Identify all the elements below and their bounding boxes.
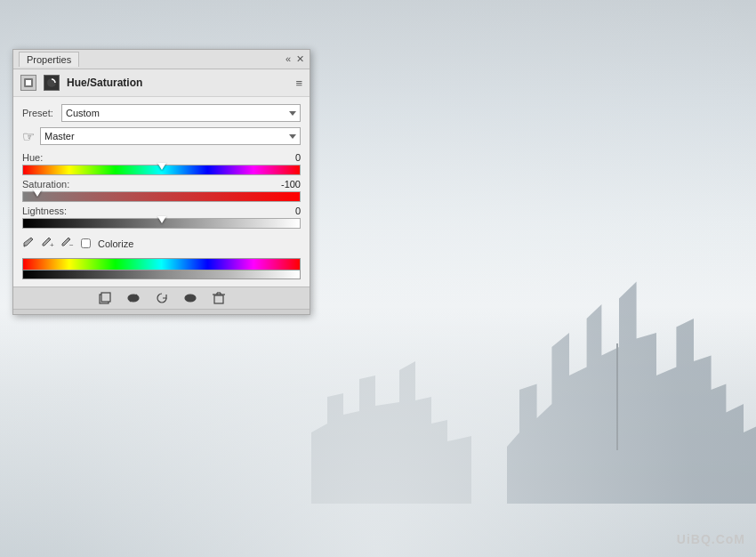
collapse-icon[interactable]: «	[286, 54, 291, 64]
panel-titlebar: Properties « ✕	[13, 50, 310, 69]
visibility-icon[interactable]	[183, 291, 197, 305]
color-bars	[22, 258, 301, 279]
svg-rect-1	[26, 80, 31, 85]
saturation-value: -100	[274, 179, 301, 190]
panel-titlebar-icons: « ✕	[286, 54, 304, 64]
panel-title: Hue/Saturation	[67, 77, 142, 89]
eyedropper-add-icon[interactable]: +	[42, 236, 54, 251]
saturation-label: Saturation:	[22, 179, 69, 190]
svg-text:−: −	[69, 241, 74, 248]
properties-panel: Properties « ✕ Hue/Saturation ≡ Preset:	[12, 49, 310, 315]
lightness-value: 0	[274, 206, 301, 216]
preset-row: Preset: Custom Default Strong Saturation…	[22, 104, 301, 122]
watermark: UiBQ.CoM	[677, 532, 745, 546]
lightness-track[interactable]	[22, 218, 301, 229]
saturation-label-row: Saturation: -100	[22, 179, 301, 190]
lightness-label: Lightness:	[22, 206, 67, 216]
delete-layer-icon[interactable]	[212, 291, 226, 305]
channel-row: ☞ Master Reds Yellows Greens Cyans Blues…	[22, 127, 301, 145]
properties-tab[interactable]: Properties	[19, 52, 79, 67]
channel-select[interactable]: Master Reds Yellows Greens Cyans Blues M…	[40, 127, 301, 145]
mask-visibility-icon[interactable]	[126, 291, 141, 305]
svg-point-3	[24, 246, 26, 247]
panel-scrollbar[interactable]	[13, 309, 310, 314]
eyedropper-icon[interactable]	[22, 236, 35, 251]
layer-icon	[20, 75, 36, 91]
hue-label-row: Hue: 0	[22, 152, 301, 163]
svg-rect-7	[101, 293, 110, 302]
color-bar-bottom	[22, 270, 301, 279]
svg-point-12	[189, 296, 192, 300]
menu-icon[interactable]: ≡	[295, 77, 302, 90]
adjustment-icon	[44, 75, 60, 91]
lightness-thumb	[157, 216, 166, 223]
svg-rect-13	[214, 295, 223, 303]
saturation-track[interactable]	[22, 191, 301, 202]
tools-row: + − Colorize	[22, 236, 301, 251]
color-bar-top	[22, 258, 301, 270]
close-icon[interactable]: ✕	[296, 54, 304, 64]
hue-label: Hue:	[22, 152, 43, 163]
saturation-slider-row: Saturation: -100	[22, 179, 301, 202]
colorize-checkbox[interactable]	[81, 238, 91, 248]
panel-content: Preset: Custom Default Strong Saturation…	[13, 97, 310, 287]
saturation-thumb	[33, 190, 42, 197]
lightness-slider-row: Lightness: 0	[22, 206, 301, 229]
hue-thumb	[157, 163, 166, 170]
hue-slider-row: Hue: 0	[22, 152, 301, 175]
panel-title-left: Properties	[19, 52, 79, 67]
hue-track[interactable]	[22, 165, 301, 175]
hue-value: 0	[274, 152, 301, 163]
hand-tool-icon[interactable]: ☞	[22, 128, 35, 145]
svg-text:+: +	[50, 241, 54, 248]
preset-select[interactable]: Custom Default Strong Saturation Sepia Y…	[61, 104, 301, 122]
eyedropper-subtract-icon[interactable]: −	[61, 236, 74, 251]
reset-icon[interactable]	[155, 291, 169, 305]
panel-bottom-toolbar	[13, 287, 310, 309]
colorize-label: Colorize	[98, 238, 133, 249]
lightness-label-row: Lightness: 0	[22, 206, 301, 216]
copy-layer-icon[interactable]	[98, 291, 112, 305]
panel-header: Hue/Saturation ≡	[13, 69, 310, 97]
preset-label: Preset:	[22, 108, 56, 118]
